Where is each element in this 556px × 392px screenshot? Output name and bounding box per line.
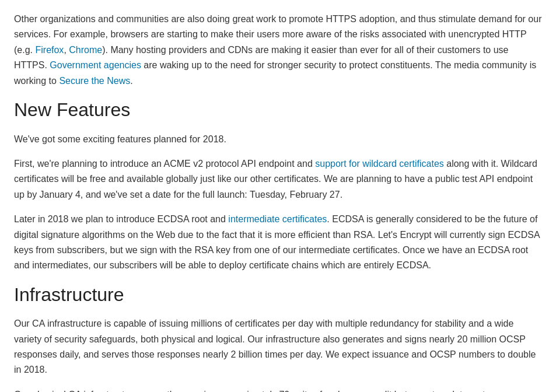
infrastructure-heading: Infrastructure (14, 283, 542, 307)
intro-comma: , (64, 45, 69, 55)
new-features-wildcard-paragraph: First, we're planning to introduce an AC… (14, 156, 542, 202)
chrome-link[interactable]: Chrome (69, 45, 102, 55)
new-features-ecdsa-paragraph: Later in 2018 we plan to introduce ECDSA… (14, 212, 542, 274)
new-features-intro: We've got some exciting features planned… (14, 132, 542, 147)
page-content: Other organizations and communities are … (14, 12, 542, 392)
wildcard-text-1: First, we're planning to introduce an AC… (14, 159, 315, 169)
intermediate-certificates-link[interactable]: intermediate certificates (228, 214, 327, 224)
new-features-section: New Features We've got some exciting fea… (14, 98, 542, 274)
new-features-heading: New Features (14, 98, 542, 123)
intro-paragraph: Other organizations and communities are … (14, 12, 542, 89)
secure-the-news-link[interactable]: Secure the News (59, 76, 130, 86)
infrastructure-paragraph-2: Our physical CA infrastructure currently… (14, 387, 542, 392)
intro-section: Other organizations and communities are … (14, 12, 542, 89)
firefox-link[interactable]: Firefox (35, 45, 64, 55)
infrastructure-paragraph-1: Our CA infrastructure is capable of issu… (14, 316, 542, 378)
ecdsa-text-1: Later in 2018 we plan to introduce ECDSA… (14, 214, 228, 224)
intro-text-4: . (130, 76, 132, 86)
infrastructure-section: Infrastructure Our CA infrastructure is … (14, 283, 542, 392)
wildcard-certificates-link[interactable]: support for wildcard certificates (315, 159, 444, 169)
government-agencies-link[interactable]: Government agencies (50, 60, 141, 70)
